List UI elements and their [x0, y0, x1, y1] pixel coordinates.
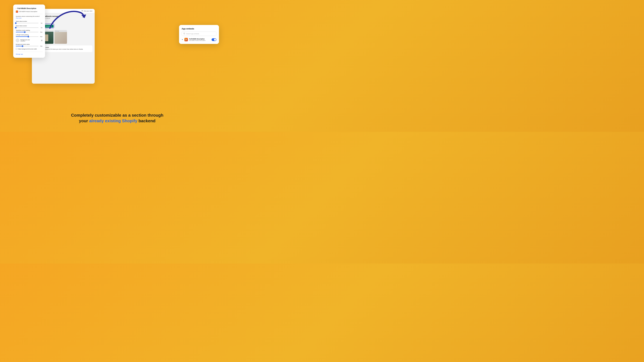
- space-below-setting: Space below section 0px: [16, 25, 42, 28]
- space-above-thumb[interactable]: [15, 22, 16, 24]
- color-value: #E9E9E9: [20, 40, 40, 42]
- color-label: Background color: [20, 39, 40, 40]
- svg-line-4: [185, 34, 185, 34]
- bottom-text: Completely customizable as a section thr…: [0, 113, 234, 123]
- embed-name: Full-Width Description: [189, 38, 210, 40]
- left-right-padding-track[interactable]: [16, 36, 38, 37]
- speed-score-text-group: Speed score A speed score of 34 means yo…: [41, 47, 83, 50]
- embed-app-icon: [184, 38, 188, 41]
- space-above-value: 0px: [39, 22, 42, 24]
- space-below-thumb[interactable]: [15, 27, 16, 28]
- embed-desc: Full-Width Product Description: [189, 40, 210, 41]
- top-bottom-padding-slider-row: 40px: [16, 31, 42, 33]
- bottom-line2: your already existing Shopify backend: [0, 118, 234, 123]
- space-above-setting: Space above section 0px: [16, 20, 42, 24]
- panel-header: ‹ Full-Width Description: [16, 7, 42, 9]
- top-bottom-padding-fill: [16, 32, 25, 32]
- svg-rect-8: [186, 39, 187, 40]
- speed-score-title: Speed score: [41, 47, 83, 48]
- panel-subtitle-row: Full-Width Product Description: [16, 10, 42, 14]
- right-panel: App embeds Search app embeds ▼ Full-Widt…: [179, 25, 219, 44]
- app-embeds-title: App embeds: [182, 27, 216, 30]
- left-right-padding-thumb[interactable]: [28, 36, 29, 37]
- manage-app-link[interactable]: Manage app: [16, 53, 42, 55]
- app-logo-svg: [185, 38, 187, 41]
- left-panel: ‹ Full-Width Description Full-Width Prod…: [13, 4, 45, 58]
- left-right-padding-setting: Left/right inside padding 80px: [16, 34, 42, 37]
- space-above-label: Space above section: [16, 20, 42, 22]
- checkbox-label: Make background full screen width: [18, 48, 37, 50]
- search-box[interactable]: Search app embeds: [182, 31, 216, 36]
- top-bottom-padding-value: 40px: [39, 31, 42, 33]
- left-right-padding-label: Left/right inside padding: [16, 34, 42, 35]
- arrow-decoration: [47, 6, 87, 31]
- border-radius-thumb[interactable]: [22, 45, 23, 47]
- panel-subtitle: Full-Width Product Description: [19, 11, 37, 12]
- svg-rect-9: [186, 40, 186, 40]
- svg-rect-7: [186, 39, 186, 39]
- bottom-line2-highlight: already existing Shopify: [89, 118, 137, 123]
- toggle-thumb: [214, 39, 216, 41]
- space-below-track[interactable]: [16, 27, 38, 28]
- border-radius-fill: [16, 46, 22, 46]
- border-radius-value: 25px: [39, 45, 42, 47]
- left-right-padding-value: 80px: [39, 36, 42, 37]
- top-bottom-padding-track[interactable]: [16, 32, 38, 32]
- toggle-switch[interactable]: [212, 38, 216, 41]
- space-below-value: 0px: [39, 27, 42, 28]
- click-here-link[interactable]: Click here: [16, 17, 22, 19]
- left-right-padding-slider-row: 80px: [16, 36, 42, 37]
- space-below-slider-row: 0px: [16, 27, 42, 28]
- background-color-row: Background color #E9E9E9 ☰: [16, 39, 42, 42]
- border-radius-slider-row: 25px: [16, 45, 42, 47]
- color-swatch[interactable]: [16, 39, 19, 42]
- full-width-checkbox[interactable]: [16, 48, 18, 50]
- svg-marker-0: [81, 14, 86, 18]
- app-icon-small: [16, 10, 18, 13]
- space-below-label: Space below section: [16, 25, 42, 26]
- top-bottom-padding-thumb[interactable]: [24, 31, 26, 33]
- color-label-group: Background color #E9E9E9: [20, 39, 40, 42]
- space-above-track[interactable]: [16, 23, 38, 23]
- border-radius-label: Background border radius: [16, 44, 42, 45]
- speed-score-desc: A speed score of 34 means your store is …: [41, 48, 83, 50]
- search-icon: [184, 33, 185, 35]
- search-placeholder: Search app embeds: [186, 33, 199, 34]
- bottom-line1: Completely customizable as a section thr…: [0, 113, 234, 118]
- top-bottom-padding-setting: Top/bottom inside padding 40px: [16, 29, 42, 33]
- top-bottom-padding-label: Top/bottom inside padding: [16, 29, 42, 31]
- chevron-right-icon: ▼: [182, 39, 183, 40]
- left-right-padding-fill: [16, 36, 28, 37]
- preview-side: ⊕ fennec gear: [54, 30, 67, 44]
- panel-title: Full-Width Description: [18, 7, 36, 9]
- space-above-slider-row: 0px: [16, 22, 42, 24]
- svg-rect-6: [185, 39, 186, 40]
- border-radius-track[interactable]: [16, 46, 38, 46]
- back-arrow-icon[interactable]: ‹: [16, 7, 16, 9]
- layers-icon: ☰: [41, 39, 42, 41]
- bottom-line2-normal1: your: [79, 118, 89, 123]
- checkbox-row: Make background full screen width: [16, 48, 42, 50]
- embed-item: ▼ Full-Width Description Full-Width Prod…: [182, 38, 216, 41]
- bottom-line2-normal2: backend: [137, 118, 156, 123]
- border-radius-setting: Background border radius 25px: [16, 44, 42, 47]
- questions-text: Questions about customizing this section…: [16, 15, 42, 19]
- preview-side-image: [54, 32, 67, 44]
- embed-text: Full-Width Description Full-Width Produc…: [189, 38, 210, 41]
